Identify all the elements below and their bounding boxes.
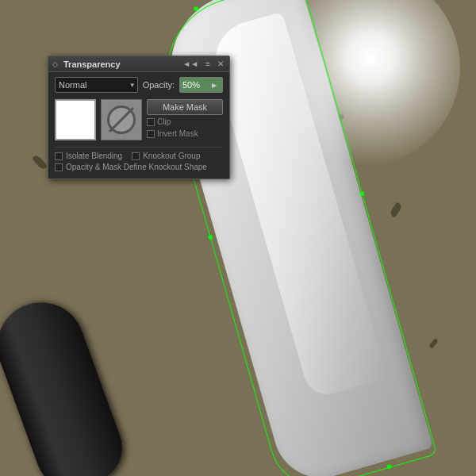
opacity-mask-row: Opacity & Mask Define Knockout Shape <box>55 163 223 171</box>
opacity-mask-label: Opacity & Mask Define Knockout Shape <box>66 163 207 171</box>
blend-mode-select[interactable]: Normal <box>55 77 138 93</box>
transparency-icon: ◇ <box>52 60 60 68</box>
opacity-label: Opacity: <box>143 80 175 90</box>
none-thumbnail[interactable] <box>101 99 142 140</box>
panel-collapse-btn[interactable]: ◄◄ <box>181 60 200 68</box>
invert-mask-row: Invert Mask <box>147 129 223 138</box>
opacity-input-wrapper: ▶ <box>179 77 223 93</box>
bottom-checkboxes: Isolate Blending Knockout Group Opacity … <box>55 147 223 171</box>
panel-menu-btn[interactable]: ≡ <box>204 60 212 68</box>
make-mask-button[interactable]: Make Mask <box>147 99 223 115</box>
panel-title: Transparency <box>63 60 121 69</box>
thumbnail-row: Make Mask Clip Invert Mask <box>55 99 223 140</box>
invert-mask-label: Invert Mask <box>157 129 198 138</box>
opacity-mask-checkbox[interactable] <box>55 163 63 171</box>
opacity-input[interactable] <box>180 80 210 90</box>
panel-close-btn[interactable]: ✕ <box>216 60 225 68</box>
mask-buttons: Make Mask Clip Invert Mask <box>147 99 223 139</box>
white-thumbnail[interactable] <box>55 99 96 140</box>
clip-row: Clip <box>147 117 223 126</box>
clip-label: Clip <box>157 117 171 126</box>
opacity-arrow[interactable]: ▶ <box>210 82 218 89</box>
panel-content: Normal ▼ Opacity: ▶ Make Mask <box>48 72 229 178</box>
knockout-group-checkbox[interactable] <box>132 152 140 160</box>
panel-titlebar: ◇ Transparency ◄◄ ≡ ✕ <box>48 56 229 72</box>
clip-checkbox[interactable] <box>147 118 155 126</box>
isolate-blending-label: Isolate Blending <box>66 152 122 160</box>
transparency-panel: ◇ Transparency ◄◄ ≡ ✕ Normal ▼ Opacity: … <box>48 56 230 179</box>
isolate-blending-row: Isolate Blending Knockout Group <box>55 152 223 160</box>
knockout-group-label: Knockout Group <box>143 152 200 160</box>
titlebar-left: ◇ Transparency <box>52 60 121 69</box>
isolate-blending-checkbox[interactable] <box>55 152 63 160</box>
titlebar-right: ◄◄ ≡ ✕ <box>181 60 225 68</box>
invert-mask-checkbox[interactable] <box>147 130 155 138</box>
blend-opacity-row: Normal ▼ Opacity: ▶ <box>55 77 223 93</box>
blend-mode-wrapper: Normal ▼ <box>55 77 138 93</box>
